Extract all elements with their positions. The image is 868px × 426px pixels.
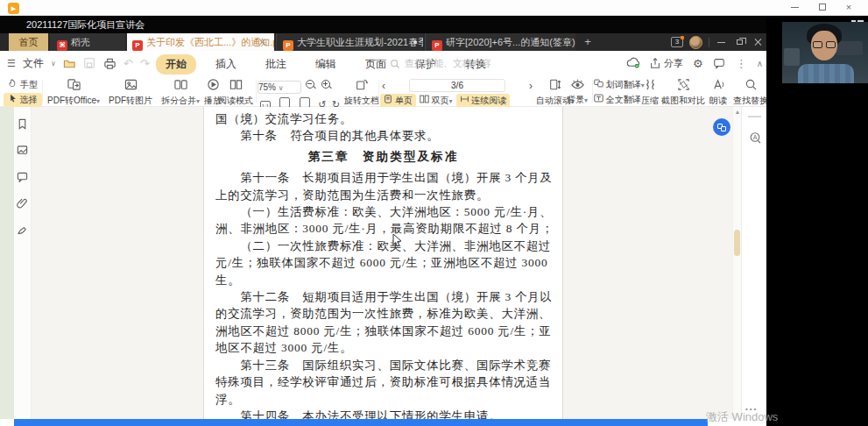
more-icon[interactable]: ⋮: [736, 57, 747, 70]
tab-close-icon[interactable]: [258, 38, 267, 46]
recorder-app-icon[interactable]: ▶: [8, 3, 19, 14]
search-box[interactable]: 查找功能、文档内容: [390, 57, 491, 70]
menu-edit[interactable]: 编辑: [306, 54, 346, 75]
doc-text-line: 上的交流学习，资助范围为生活费和一次性旅费。: [215, 187, 551, 203]
cloud-sync-icon[interactable]: [626, 57, 639, 70]
doc-heading-line: 第三章 资助类型及标准: [215, 148, 551, 165]
pdf-to-office-icon: [67, 78, 81, 91]
hand-tool[interactable]: 手型 选择: [4, 78, 42, 107]
comment-icon[interactable]: [17, 170, 29, 182]
find-replace-button[interactable]: 查找替换: [730, 78, 771, 107]
rotate-doc-button[interactable]: 旋转文档: [343, 78, 380, 107]
auto-scroll-icon: [548, 78, 562, 91]
compress-button[interactable]: 压缩: [638, 78, 662, 107]
webcam-panel: [766, 18, 868, 426]
person-glasses: [813, 41, 836, 49]
os-close-icon[interactable]: ×: [836, 0, 861, 16]
open-folder-icon[interactable]: [63, 57, 76, 70]
collapse-ribbon-icon[interactable]: ∧: [757, 59, 763, 68]
tab-docer[interactable]: ⌘稻壳: [50, 33, 125, 51]
tab-bar: 首页 ⌘稻壳 P关于印发《西北工...》的通知.pdf P大学生职业生涯规划-2…: [0, 33, 868, 51]
read-mode-button[interactable]: 阅读模式: [215, 78, 256, 107]
app-close-icon[interactable]: [752, 36, 765, 48]
app-restore-icon[interactable]: [734, 36, 746, 48]
word-translate-icon: [594, 79, 603, 88]
zoom-in-icon[interactable]: [321, 79, 332, 90]
doc-text-line: 第十条 符合项目的其他具体要求。: [215, 127, 551, 144]
file-menu[interactable]: 文件: [23, 56, 44, 71]
svg-text:A: A: [753, 134, 758, 140]
translate-fab-button[interactable]: [713, 118, 730, 136]
doc-text-line: 第十四条 本办法不受理以下情形的学生申请。: [215, 408, 551, 419]
share-title: 20211127国际化项目宣讲会: [26, 19, 145, 30]
single-page-icon: [384, 95, 392, 103]
avatar[interactable]: [689, 36, 702, 49]
screen: ▶ × 20211127国际化项目宣讲会 首页 ⌘稻壳 P关于印发《西北工...…: [0, 0, 868, 426]
os-maximize-icon[interactable]: [810, 0, 835, 16]
menu-start[interactable]: 开始: [156, 54, 196, 75]
left-tool-strip: [14, 107, 32, 419]
search-icon: [390, 59, 400, 69]
select-cursor-icon: [9, 94, 18, 103]
message-badge[interactable]: 3: [671, 37, 683, 47]
scrollbar-thumb[interactable]: [734, 230, 740, 256]
read-aloud-icon: [712, 78, 725, 91]
hamburger-icon[interactable]: ☰: [7, 58, 16, 69]
doc-text-line: 特殊项目，经学校评审通过后，资助标准可根据具体情况适当上: [215, 373, 551, 390]
menu-insert[interactable]: 插入: [206, 54, 246, 75]
hand-icon: [8, 78, 18, 88]
tab-document-3[interactable]: P研字[2020]+6号...的通知(签章).pdf: [425, 33, 575, 51]
save-icon[interactable]: [83, 57, 96, 70]
webcam-video[interactable]: [782, 22, 868, 83]
zoom-out-icon[interactable]: [305, 79, 316, 90]
settings-gear-icon[interactable]: ⚙: [693, 57, 703, 70]
share-title-bar: 20211127国际化项目宣讲会: [0, 16, 868, 33]
doc-text-line: 生。: [215, 272, 551, 288]
screenshot-compare-button[interactable]: 截图和对比: [660, 78, 706, 107]
background-button[interactable]: 背景▾: [564, 78, 590, 106]
signature-stamp-icon[interactable]: [17, 223, 29, 235]
select-tool[interactable]: 选择: [4, 93, 42, 107]
file-menu-dropdown-icon[interactable]: ∨: [51, 60, 56, 67]
print-icon[interactable]: [103, 57, 116, 70]
bookmark-icon[interactable]: [17, 117, 29, 130]
bottom-blue-bar: [14, 419, 708, 426]
app-minimize-icon[interactable]: [716, 36, 728, 48]
rotate-doc-icon: [355, 78, 369, 91]
share-button[interactable]: 分享: [649, 57, 683, 70]
doc-text-line: 洲、非洲地区：3000 元/生·月，最高资助期限不超过 8 个月；: [215, 220, 551, 237]
pdf-to-office-button[interactable]: PDF转Office▾: [44, 78, 103, 107]
continuous-read-button[interactable]: 连续阅读: [456, 94, 511, 108]
redo-icon[interactable]: ↷: [140, 57, 150, 70]
panel-handle-icon[interactable]: [748, 116, 761, 117]
tab-document-active[interactable]: P关于印发《西北工...》的通知.pdf: [127, 33, 274, 51]
vertical-scrollbar[interactable]: ▲: [732, 107, 741, 419]
screenshot-compare-icon: [677, 78, 690, 91]
menu-annotate[interactable]: 批注: [256, 54, 296, 75]
image-note-icon[interactable]: [17, 144, 29, 156]
single-page-button[interactable]: 单页: [380, 94, 416, 108]
text-search-icon[interactable]: A: [749, 131, 762, 145]
docer-icon: ⌘: [57, 40, 67, 51]
undo-icon[interactable]: ↶: [123, 57, 133, 70]
document-workspace: 国（境）交流学习任务。 第十条 符合项目的其他具体要求。第三章 资助类型及标准 …: [0, 107, 868, 419]
pdf-to-image-button[interactable]: PDF转图片: [105, 78, 156, 107]
tab-document-2[interactable]: P大学生职业生涯规划-2021春季学期: [276, 33, 423, 51]
feedback-icon[interactable]: [713, 57, 726, 70]
tab-home[interactable]: 首页: [9, 33, 48, 51]
os-minimize-icon[interactable]: [782, 0, 807, 16]
os-titlebar: ▶ ×: [0, 0, 868, 16]
page-indicator[interactable]: 3/6: [409, 79, 505, 92]
new-tab-button[interactable]: +: [581, 33, 595, 51]
page-nav-group: ‹ 3/6 › 单页 双页▾ 连续阅读: [380, 79, 534, 108]
prev-page-icon[interactable]: ‹: [382, 80, 385, 92]
two-page-button[interactable]: 双页▾: [420, 94, 453, 108]
modified-dot-icon: [413, 40, 417, 44]
zoom-select[interactable]: 75% ∨: [258, 81, 301, 94]
page-text: 国（境）交流学习任务。 第十条 符合项目的其他具体要求。第三章 资助类型及标准 …: [204, 107, 562, 419]
read-aloud-button[interactable]: 朗读: [706, 78, 730, 107]
background-eye-icon: [570, 78, 585, 90]
attachment-icon[interactable]: [17, 196, 29, 209]
pdf-page[interactable]: 国（境）交流学习任务。 第十条 符合项目的其他具体要求。第三章 资助类型及标准 …: [203, 107, 563, 419]
read-mode-icon: [229, 78, 243, 91]
